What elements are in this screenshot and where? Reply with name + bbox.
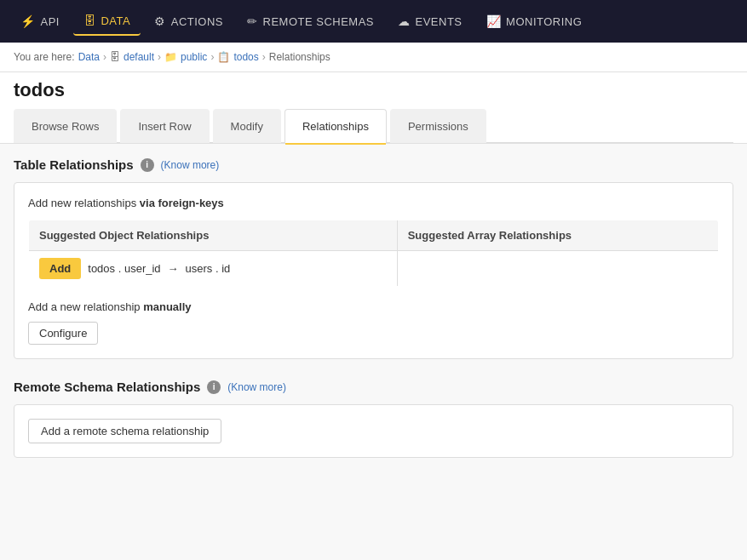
table-relationships-title: Table Relationships [14, 157, 134, 172]
breadcrumb-sep-4: › [262, 51, 266, 63]
table-relationships-info-icon[interactable]: i [141, 158, 154, 172]
remote-schema-relationships-section: Remote Schema Relationships i (Know more… [14, 380, 733, 458]
suggested-object-cell: Add todos . user_id → users . id [29, 251, 398, 287]
configure-button[interactable]: Configure [28, 322, 98, 345]
tab-modify[interactable]: Modify [213, 109, 281, 143]
breadcrumb-sep-3: › [210, 51, 214, 63]
breadcrumb-default[interactable]: default [124, 51, 154, 63]
add-manually-text: Add a new relationship manually [28, 300, 719, 313]
table-relationships-card: Add new relationships via foreign-keys S… [14, 182, 733, 359]
content-area: Table Relationships i (Know more) Add ne… [0, 144, 747, 535]
page-title-section: todos Browse Rows Insert Row Modify Rela… [0, 72, 747, 144]
remote-schema-card: Add a remote schema relationship [14, 404, 733, 458]
rel-arrow: → [168, 262, 179, 275]
remote-schemas-icon: ✏ [247, 14, 258, 28]
breadcrumb-relationships: Relationships [269, 51, 330, 63]
table-header-row: Suggested Object Relationships Suggested… [29, 220, 719, 251]
nav-monitoring[interactable]: 📈 MONITORING [476, 8, 593, 35]
tab-insert-row[interactable]: Insert Row [120, 109, 209, 143]
tab-browse-rows[interactable]: Browse Rows [14, 109, 117, 143]
breadcrumb-prefix: You are here: [14, 51, 75, 63]
rel-target: users . id [186, 262, 231, 275]
data-icon: 🗄 [83, 14, 96, 27]
monitoring-icon: 📈 [486, 14, 502, 28]
remote-schema-header: Remote Schema Relationships i (Know more… [14, 380, 733, 394]
tab-permissions[interactable]: Permissions [390, 109, 486, 143]
add-remote-schema-button[interactable]: Add a remote schema relationship [28, 419, 221, 443]
breadcrumb-public[interactable]: public [181, 51, 207, 63]
nav-remote-schemas[interactable]: ✏ REMOTE SCHEMAS [237, 8, 384, 35]
add-manually-bold: manually [143, 300, 191, 313]
actions-icon: ⚙ [154, 14, 166, 28]
tab-relationships[interactable]: Relationships [284, 109, 387, 143]
breadcrumb-todos[interactable]: todos [233, 51, 258, 63]
table-row: Add todos . user_id → users . id [29, 251, 719, 287]
table-relationships-section: Table Relationships i (Know more) Add ne… [14, 157, 733, 359]
col-suggested-array: Suggested Array Relationships [397, 220, 718, 251]
breadcrumb-icon-todos: 📋 [217, 51, 230, 63]
add-via-fk-text: Add new relationships via foreign-keys [28, 197, 719, 209]
relationship-row-content: Add todos . user_id → users . id [39, 258, 387, 279]
page-title: todos [14, 79, 733, 108]
table-relationships-header: Table Relationships i (Know more) [14, 157, 733, 172]
nav-events[interactable]: ☁ EVENTS [388, 8, 473, 35]
breadcrumb-icon-public: 📁 [164, 51, 177, 63]
events-icon: ☁ [398, 14, 411, 28]
breadcrumb-icon-default: 🗄 [110, 51, 120, 63]
breadcrumb-sep-2: › [158, 51, 161, 63]
breadcrumb: You are here: Data › 🗄 default › 📁 publi… [0, 43, 747, 72]
nav-api[interactable]: ⚡ API [10, 8, 70, 35]
tabs-bar: Browse Rows Insert Row Modify Relationsh… [14, 108, 733, 143]
remote-schema-know-more[interactable]: (Know more) [227, 381, 286, 393]
api-icon: ⚡ [20, 14, 36, 28]
nav-data[interactable]: 🗄 DATA [73, 7, 141, 36]
rel-source: todos . user_id [88, 262, 160, 275]
suggested-array-cell [397, 251, 718, 287]
table-relationships-know-more[interactable]: (Know more) [161, 159, 220, 171]
breadcrumb-data[interactable]: Data [78, 51, 100, 63]
remote-schema-title: Remote Schema Relationships [14, 380, 200, 394]
remote-schema-info-icon[interactable]: i [207, 380, 221, 394]
nav-actions[interactable]: ⚙ ACTIONS [144, 8, 233, 35]
col-suggested-object: Suggested Object Relationships [29, 220, 398, 251]
top-nav: ⚡ API 🗄 DATA ⚙ ACTIONS ✏ REMOTE SCHEMAS … [0, 0, 747, 43]
add-via-fk-bold: via foreign-keys [140, 197, 224, 209]
add-relationship-button[interactable]: Add [39, 258, 81, 279]
breadcrumb-sep-1: › [103, 51, 106, 63]
relationships-table: Suggested Object Relationships Suggested… [28, 220, 719, 287]
